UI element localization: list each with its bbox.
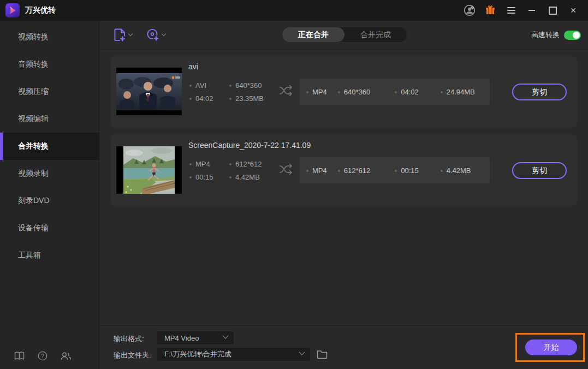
chevron-down-icon xyxy=(299,349,305,355)
output-panel: 输出格式: MP4 Video 输出文件夹: F:\万兴优转\合并完成 开始 xyxy=(99,325,588,369)
convert-shuffle-icon xyxy=(279,163,294,177)
maximize-icon[interactable] xyxy=(547,4,559,16)
target-format-box[interactable]: MP4 612*612 00:15 4.42MB xyxy=(300,157,490,183)
high-speed-control: 高速转换 xyxy=(531,30,581,40)
merge-toolbar: 正在合并 合并完成 高速转换 xyxy=(99,21,588,50)
main-panel: 正在合并 合并完成 高速转换 xyxy=(99,21,588,369)
sidebar-item-video-compress[interactable]: 视频压缩 xyxy=(0,78,99,105)
sidebar-footer: ? xyxy=(0,350,99,361)
sidebar-item-video-edit[interactable]: 视频编辑 xyxy=(0,105,99,133)
sidebar-item-device-transfer[interactable]: 设备传输 xyxy=(0,215,99,242)
target-duration: 04:02 xyxy=(395,88,419,96)
start-button[interactable]: 开始 xyxy=(525,340,577,355)
file-row: ScreenCapture_2020-7-22 17.41.09 MP4 612… xyxy=(111,135,577,206)
sidebar-item-burn-dvd[interactable]: 刻录DVD xyxy=(0,187,99,215)
output-folder-label: 输出文件夹: xyxy=(114,350,151,360)
high-speed-toggle[interactable] xyxy=(564,31,581,40)
chevron-down-icon xyxy=(162,32,166,36)
close-icon[interactable]: × xyxy=(567,4,579,16)
sidebar-item-audio-convert[interactable]: 音频转换 xyxy=(0,51,99,78)
sidebar-item-screen-record[interactable]: 视频录制 xyxy=(0,160,99,187)
source-duration: 04:02 xyxy=(189,94,229,103)
target-format: MP4 xyxy=(306,88,327,96)
svg-text:?: ? xyxy=(41,353,44,359)
output-format-label: 输出格式: xyxy=(114,334,144,344)
target-format: MP4 xyxy=(306,166,327,175)
gift-icon[interactable] xyxy=(484,4,496,16)
target-resolution: 612*612 xyxy=(338,166,370,175)
sidebar-item-video-convert[interactable]: 视频转换 xyxy=(0,23,99,51)
file-row: avi AVI 640*360 04:02 23.35MB MP4 640*36… xyxy=(111,56,577,127)
start-button-highlight: 开始 xyxy=(515,333,585,362)
account-icon[interactable] xyxy=(464,4,476,16)
source-format: AVI xyxy=(189,81,229,90)
tab-merging[interactable]: 正在合并 xyxy=(282,27,345,42)
output-format-dropdown[interactable]: MP4 Video xyxy=(157,331,234,344)
cut-button[interactable]: 剪切 xyxy=(512,84,567,100)
sidebar-item-toolbox[interactable]: 工具箱 xyxy=(0,242,99,269)
source-info: AVI 640*360 04:02 23.35MB xyxy=(189,81,264,103)
chevron-down-icon xyxy=(222,332,228,338)
tab-merged[interactable]: 合并完成 xyxy=(345,27,407,42)
sidebar-item-merge-convert[interactable]: 合并转换 xyxy=(0,133,99,160)
target-format-box[interactable]: MP4 640*360 04:02 24.94MB xyxy=(300,79,490,105)
titlebar-controls: × xyxy=(464,4,588,16)
source-info: MP4 612*612 00:15 4.42MB xyxy=(189,160,262,181)
load-dvd-button[interactable] xyxy=(146,28,165,42)
video-thumbnail xyxy=(116,68,182,115)
source-size: 4.42MB xyxy=(229,173,262,181)
guide-book-icon[interactable] xyxy=(14,350,25,361)
add-file-icon xyxy=(114,28,127,42)
sidebar: 视频转换 音频转换 视频压缩 视频编辑 合并转换 视频录制 刻录DVD 设备传输… xyxy=(0,21,99,369)
target-resolution: 640*360 xyxy=(338,88,370,96)
minimize-icon[interactable] xyxy=(526,4,538,16)
merge-tabs: 正在合并 合并完成 xyxy=(282,27,407,42)
app-window: 万兴优转 xyxy=(0,0,588,369)
source-format: MP4 xyxy=(189,160,229,168)
app-logo-icon xyxy=(5,3,20,17)
source-duration: 00:15 xyxy=(189,173,229,181)
menu-icon[interactable] xyxy=(505,4,517,16)
file-name: avi xyxy=(188,62,198,71)
target-duration: 00:15 xyxy=(395,166,419,175)
app-title: 万兴优转 xyxy=(25,5,56,15)
community-icon[interactable] xyxy=(61,350,72,361)
file-name: ScreenCapture_2020-7-22 17.41.09 xyxy=(188,141,311,150)
help-icon[interactable]: ? xyxy=(37,350,48,361)
add-file-button[interactable] xyxy=(114,28,132,42)
cut-button[interactable]: 剪切 xyxy=(512,162,567,179)
source-resolution: 612*612 xyxy=(229,160,262,168)
target-size: 4.42MB xyxy=(441,166,471,175)
target-size: 24.94MB xyxy=(441,88,475,96)
titlebar: 万兴优转 xyxy=(0,0,588,21)
chevron-down-icon xyxy=(128,32,133,36)
high-speed-label: 高速转换 xyxy=(531,30,560,40)
output-folder-dropdown[interactable]: F:\万兴优转\合并完成 xyxy=(157,348,310,361)
source-size: 23.35MB xyxy=(229,94,264,103)
open-folder-icon[interactable] xyxy=(317,349,328,359)
load-dvd-icon xyxy=(146,28,160,42)
source-resolution: 640*360 xyxy=(229,81,264,90)
video-thumbnail xyxy=(116,146,182,194)
convert-shuffle-icon xyxy=(279,85,294,99)
